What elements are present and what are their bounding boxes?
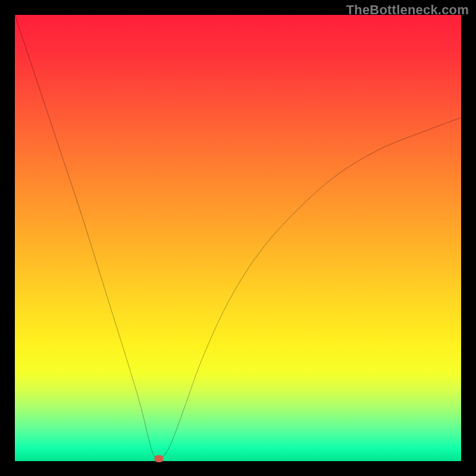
plot-area — [15, 15, 461, 461]
curve-svg — [15, 15, 461, 461]
chart-frame: TheBottleneck.com — [0, 0, 476, 476]
min-marker — [154, 455, 163, 462]
watermark-label: TheBottleneck.com — [346, 2, 469, 18]
bottleneck-curve — [15, 15, 461, 459]
